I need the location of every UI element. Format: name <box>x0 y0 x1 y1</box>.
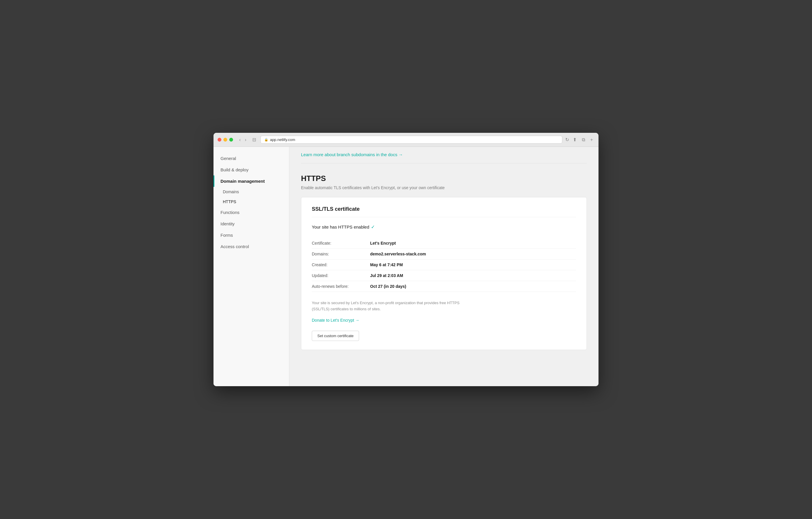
minimize-button[interactable] <box>224 138 227 142</box>
cert-label-4: Auto-renews before: <box>312 281 370 292</box>
https-status: Your site has HTTPS enabled ✓ <box>312 224 576 230</box>
browser-window: ‹ › ⊟ 🔒 app.netlify.com ↻ ⬆ ⧉ + General … <box>213 133 599 386</box>
cert-value-1: demo2.serverless-stack.com <box>370 249 576 260</box>
cert-label-1: Domains: <box>312 249 370 260</box>
reading-list-button[interactable]: ⧉ <box>580 137 586 143</box>
close-button[interactable] <box>218 138 221 142</box>
lets-encrypt-description: Your site is secured by Let's Encrypt, a… <box>312 300 475 312</box>
set-custom-certificate-button[interactable]: Set custom certificate <box>312 331 359 341</box>
browser-chrome: ‹ › ⊟ 🔒 app.netlify.com ↻ ⬆ ⧉ + <box>213 133 599 147</box>
cert-value-4: Oct 27 (in 20 days) <box>370 281 576 292</box>
sidebar-item-domain-management[interactable]: Domain management <box>213 175 289 187</box>
new-tab-button[interactable]: + <box>589 137 594 143</box>
sidebar-toggle-button[interactable]: ⊟ <box>251 136 258 143</box>
certificate-details: Certificate: Let's Encrypt Domains: demo… <box>312 238 576 292</box>
cert-label-0: Certificate: <box>312 238 370 249</box>
cert-value-0: Let's Encrypt <box>370 238 576 249</box>
sidebar: General Build & deploy Domain management… <box>213 147 289 386</box>
maximize-button[interactable] <box>229 138 233 142</box>
sidebar-item-forms[interactable]: Forms <box>213 229 289 241</box>
sidebar-item-identity[interactable]: Identity <box>213 218 289 229</box>
address-bar[interactable]: 🔒 app.netlify.com <box>260 136 562 144</box>
cert-value-3: Jul 29 at 2:03 AM <box>370 270 576 281</box>
branch-subdomains-link[interactable]: Learn more about branch subdomains in th… <box>301 152 403 157</box>
cert-value-2: May 6 at 7:42 PM <box>370 260 576 270</box>
toolbar-right: ↻ ⬆ ⧉ + <box>565 136 594 143</box>
lock-icon: 🔒 <box>264 138 268 142</box>
top-banner: Learn more about branch subdomains in th… <box>301 147 587 163</box>
sidebar-sub-item-https[interactable]: HTTPS <box>213 197 289 207</box>
share-button[interactable]: ⬆ <box>571 136 578 143</box>
nav-buttons: ‹ › <box>238 137 248 143</box>
donate-link[interactable]: Donate to Let's Encrypt → <box>312 318 359 323</box>
sidebar-item-general[interactable]: General <box>213 153 289 164</box>
cert-label-2: Created: <box>312 260 370 270</box>
check-icon: ✓ <box>371 224 375 230</box>
cert-label-3: Updated: <box>312 270 370 281</box>
sidebar-item-build-deploy[interactable]: Build & deploy <box>213 164 289 175</box>
sidebar-item-access-control[interactable]: Access control <box>213 241 289 252</box>
url-text: app.netlify.com <box>270 137 295 142</box>
sidebar-item-functions[interactable]: Functions <box>213 207 289 218</box>
main-area: Learn more about branch subdomains in th… <box>289 147 599 386</box>
card-title: SSL/TLS certificate <box>312 206 576 217</box>
refresh-button[interactable]: ↻ <box>565 137 569 142</box>
page-title: HTTPS <box>301 174 587 183</box>
traffic-lights <box>218 138 233 142</box>
ssl-certificate-card: SSL/TLS certificate Your site has HTTPS … <box>301 197 587 350</box>
sidebar-sub-item-domains[interactable]: Domains <box>213 187 289 197</box>
page-content: General Build & deploy Domain management… <box>213 147 599 386</box>
back-button[interactable]: ‹ <box>238 137 242 143</box>
section-subtitle: Enable automatic TLS certificates with L… <box>301 185 587 190</box>
https-status-text: Your site has HTTPS enabled <box>312 224 369 229</box>
forward-button[interactable]: › <box>243 137 248 143</box>
